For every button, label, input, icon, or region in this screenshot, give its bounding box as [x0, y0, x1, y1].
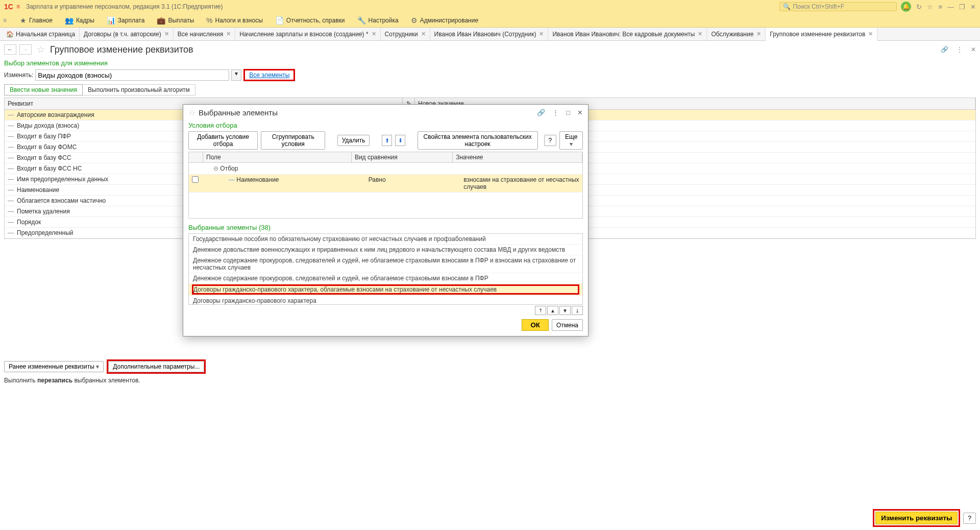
- hamburger-icon[interactable]: ≡: [16, 3, 20, 10]
- tab-close-icon[interactable]: ✕: [226, 31, 231, 37]
- dash-icon: —: [8, 197, 14, 204]
- minimize-icon[interactable]: —: [947, 3, 954, 11]
- previously-changed-button[interactable]: Ранее измененные реквизиты: [4, 361, 104, 372]
- elements-list[interactable]: Государственные пособия по обязательному…: [188, 233, 583, 305]
- close-window-icon[interactable]: ✕: [970, 3, 976, 11]
- logo-1c: 1C: [4, 3, 13, 11]
- subtab-enter-values[interactable]: Ввести новые значения: [4, 84, 83, 95]
- list-item[interactable]: Договоры гражданско-правового характера,…: [189, 284, 582, 296]
- list-bottom-button[interactable]: ⤓: [572, 306, 583, 315]
- list-item[interactable]: Денежное содержание прокуроров, следоват…: [189, 273, 582, 284]
- list-item[interactable]: Денежное довольствие военнослужащих и пр…: [189, 245, 582, 255]
- dash-icon: —: [8, 208, 14, 215]
- modal-more-icon[interactable]: ⋮: [552, 109, 559, 116]
- menu-item-Главное[interactable]: ★Главное: [20, 16, 53, 25]
- tab[interactable]: Групповое изменение реквизитов✕: [766, 28, 877, 41]
- tab[interactable]: 🏠Начальная страница: [2, 28, 80, 40]
- global-search[interactable]: 🔍 Поиск Ctrl+Shift+F: [779, 2, 897, 11]
- menu-toggle-icon[interactable]: ≡: [3, 17, 7, 24]
- list-item[interactable]: Государственные пособия по обязательному…: [189, 234, 582, 245]
- restore-icon[interactable]: ❐: [959, 3, 965, 11]
- tab[interactable]: Сотрудники✕: [381, 28, 430, 40]
- menu-icon: 📄: [275, 16, 284, 25]
- list-item[interactable]: Договоры гражданско-правового характера: [189, 296, 582, 305]
- menu-item-Налоги и взносы[interactable]: %Налоги и взносы: [206, 16, 263, 25]
- tab-close-icon[interactable]: ✕: [539, 31, 544, 37]
- delete-button[interactable]: Удалить: [337, 135, 370, 146]
- list-item[interactable]: Денежное содержание прокуроров, следоват…: [189, 255, 582, 273]
- favorite-star-icon[interactable]: ☆: [37, 44, 45, 55]
- tab-close-icon[interactable]: ✕: [421, 31, 426, 37]
- menu-item-Администрирование[interactable]: ⚙Администрирование: [411, 16, 478, 25]
- move-up-button[interactable]: ⬆: [382, 135, 392, 146]
- highlight-additional-params: Дополнительные параметры...: [107, 359, 206, 374]
- modal-help-button[interactable]: ?: [544, 135, 557, 146]
- cancel-button[interactable]: Отмена: [552, 319, 583, 331]
- list-top-button[interactable]: ⤒: [535, 306, 546, 315]
- dash-icon: —: [8, 165, 14, 172]
- tab[interactable]: Договоры (в т.ч. авторские)✕: [80, 28, 174, 40]
- tab[interactable]: Иванов Иван Иванович: Все кадровые докум…: [548, 28, 707, 40]
- filter-blank-area: [189, 192, 582, 218]
- menu-item-Настройка[interactable]: 🔧Настройка: [357, 16, 399, 25]
- filter-col-field: Поле: [203, 152, 352, 162]
- dash-icon: —: [8, 219, 14, 226]
- modal-close-icon[interactable]: ✕: [577, 109, 583, 116]
- tab[interactable]: Обслуживание✕: [707, 28, 766, 40]
- tab-close-icon[interactable]: ✕: [164, 31, 169, 37]
- filter-condition-row[interactable]: — Наименование Равно взносами на страхов…: [189, 175, 582, 192]
- ok-button[interactable]: ОК: [522, 319, 549, 331]
- history-icon[interactable]: ↻: [916, 3, 922, 11]
- menu-icon: 🔧: [357, 16, 366, 25]
- change-row: Изменять: ▾ Все элементы: [0, 68, 980, 82]
- favorite-icon[interactable]: ☆: [927, 3, 933, 11]
- tab-close-icon[interactable]: ✕: [756, 31, 761, 37]
- tab-close-icon[interactable]: ✕: [868, 31, 873, 37]
- dash-icon: —: [8, 176, 14, 183]
- all-elements-link[interactable]: Все элементы: [246, 70, 292, 80]
- nav-back-button[interactable]: ←: [4, 44, 16, 55]
- filter-checkbox[interactable]: [192, 176, 199, 183]
- tab[interactable]: Начисление зарплаты и взносов (создание)…: [235, 28, 380, 40]
- modal-link-icon[interactable]: 🔗: [537, 109, 545, 116]
- menu-icon[interactable]: ≡: [938, 3, 942, 11]
- more-icon[interactable]: ⋮: [957, 46, 963, 53]
- tab[interactable]: Иванов Иван Иванович (Сотрудник)✕: [430, 28, 549, 40]
- menu-item-Кадры[interactable]: 👥Кадры: [65, 16, 94, 25]
- select-type-button[interactable]: ▾: [231, 69, 241, 81]
- change-type-input[interactable]: [35, 69, 229, 81]
- menu-item-Зарплата[interactable]: 📊Зарплата: [107, 16, 145, 25]
- move-down-button[interactable]: ⬇: [395, 135, 405, 146]
- menu-item-Отчетность, справки[interactable]: 📄Отчетность, справки: [275, 16, 345, 25]
- conditions-title: Условия отбора: [188, 121, 583, 131]
- notifications-icon[interactable]: 🔔: [901, 2, 911, 12]
- filter-root-row[interactable]: ⊖ Отбор: [189, 163, 582, 175]
- list-up-button[interactable]: ▲: [547, 306, 558, 315]
- close-page-icon[interactable]: ✕: [971, 46, 976, 53]
- subtab-algorithm[interactable]: Выполнить произвольный алгоритм: [83, 84, 195, 95]
- modal-footer: ОК Отмена: [188, 316, 583, 331]
- list-down-button[interactable]: ▼: [559, 306, 571, 315]
- highlight-selected-item: Договоры гражданско-правового характера,…: [192, 284, 579, 295]
- list-nav-arrows: ⤒ ▲ ▼ ⤓: [188, 305, 583, 316]
- menu-item-Выплаты[interactable]: 💼Выплаты: [157, 16, 194, 25]
- group-conditions-button[interactable]: Сгруппировать условия: [261, 131, 325, 150]
- modal-favorite-icon[interactable]: ☆: [188, 108, 195, 117]
- page-title: Групповое изменение реквизитов: [50, 44, 193, 55]
- tab-close-icon[interactable]: ✕: [698, 31, 702, 37]
- element-properties-button[interactable]: Свойства элемента пользовательских настр…: [418, 131, 538, 150]
- modal-more-button[interactable]: Еще: [559, 131, 583, 150]
- menu-icon: 💼: [157, 16, 165, 25]
- menu-icon: ★: [20, 16, 27, 25]
- add-condition-button[interactable]: Добавить условие отбора: [188, 131, 258, 150]
- link-icon[interactable]: 🔗: [941, 46, 948, 53]
- tab-close-icon[interactable]: ✕: [372, 31, 376, 37]
- nav-forward-button[interactable]: →: [19, 44, 32, 55]
- modal-maximize-icon[interactable]: □: [566, 109, 570, 116]
- selected-elements-title: Выбранные элементы (38): [188, 223, 583, 233]
- filter-col-compare: Вид сравнения: [352, 152, 453, 162]
- additional-params-button[interactable]: Дополнительные параметры...: [108, 361, 204, 372]
- tab[interactable]: Все начисления✕: [174, 28, 236, 40]
- dash-icon: —: [8, 122, 14, 129]
- modal-title: Выбранные элементы: [199, 108, 530, 117]
